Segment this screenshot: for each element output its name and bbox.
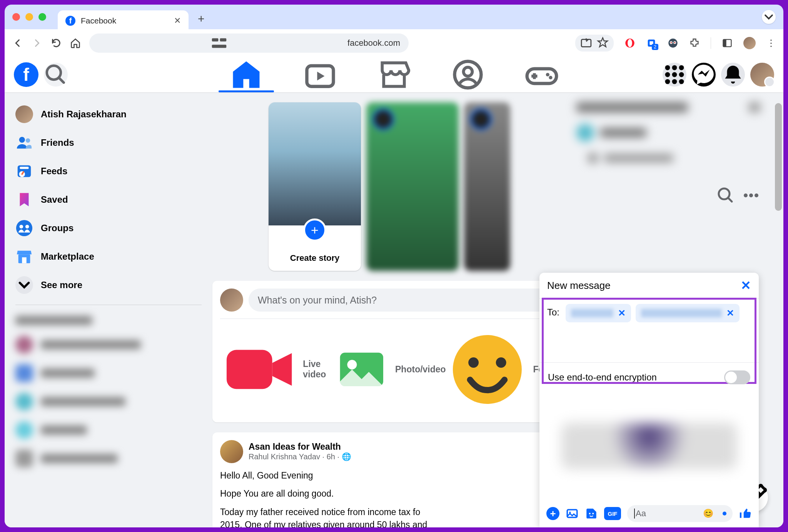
right-content-blurred — [576, 102, 760, 163]
scrollbar[interactable] — [775, 103, 782, 211]
messenger-icon — [692, 63, 716, 87]
svg-rect-19 — [527, 69, 557, 83]
extension-2-icon[interactable] — [668, 38, 678, 48]
grid-icon — [663, 63, 686, 87]
chat-recipients-area[interactable]: To: name ✕ name two ✕ — [539, 298, 759, 362]
svg-point-54 — [592, 513, 594, 514]
close-window-button[interactable] — [12, 13, 20, 21]
tab-video[interactable] — [285, 57, 355, 92]
side-panel-icon[interactable] — [722, 38, 733, 48]
recipient-chip[interactable]: name ✕ — [566, 304, 631, 322]
sidebar: Atish Rajasekharan Friends Feeds Saved G… — [5, 92, 212, 527]
photo-video-button[interactable]: Photo/video — [333, 324, 446, 415]
sidebar-profile[interactable]: Atish Rajasekharan — [9, 100, 208, 128]
profile-menu-button[interactable] — [750, 63, 774, 87]
close-chat-button[interactable]: ✕ — [741, 278, 751, 293]
address-bar: facebook.com 2 ⋮ — [5, 29, 783, 57]
back-button[interactable] — [12, 38, 23, 48]
tabs-overflow-button[interactable] — [762, 10, 776, 24]
thumbs-up-button[interactable] — [739, 507, 752, 520]
sidebar-item-feeds[interactable]: Feeds — [9, 157, 208, 185]
close-tab-button[interactable]: ✕ — [174, 16, 181, 26]
sidebar-shortcuts-blurred — [9, 310, 208, 473]
recipient-name-blurred: name two — [641, 309, 722, 317]
sidebar-see-more[interactable]: See more — [9, 271, 208, 299]
sidebar-item-marketplace[interactable]: Marketplace — [9, 242, 208, 271]
message-input[interactable]: Aa — [627, 505, 733, 522]
sidebar-item-friends[interactable]: Friends — [9, 128, 208, 157]
svg-point-18 — [464, 67, 472, 76]
svg-rect-14 — [723, 40, 726, 47]
groups-sidebar-icon — [15, 219, 33, 237]
maximize-window-button[interactable] — [38, 13, 46, 21]
screenshot-icon[interactable] — [575, 35, 614, 52]
url-input[interactable]: facebook.com — [89, 33, 409, 53]
add-attachment-button[interactable]: + — [546, 507, 559, 520]
tab-groups[interactable] — [433, 57, 503, 92]
extensions-menu-icon[interactable] — [689, 38, 700, 48]
search-button[interactable] — [44, 63, 68, 87]
remove-recipient-button[interactable]: ✕ — [726, 308, 734, 319]
extension-icon[interactable]: 2 — [646, 38, 657, 48]
svg-rect-1 — [220, 38, 227, 42]
browser-tab[interactable]: f Facebook ✕ — [58, 10, 189, 31]
svg-point-36 — [16, 220, 32, 236]
create-story-card[interactable]: + Create story — [269, 102, 361, 271]
svg-point-32 — [26, 138, 30, 143]
sidebar-label: Feeds — [41, 166, 67, 177]
svg-point-49 — [749, 193, 753, 197]
search-contacts-button[interactable] — [716, 186, 735, 205]
messenger-button[interactable] — [692, 63, 716, 87]
sidebar-item-groups[interactable]: Groups — [9, 214, 208, 242]
svg-point-12 — [674, 42, 676, 43]
svg-rect-2 — [212, 45, 227, 48]
groups-icon — [433, 57, 503, 92]
recipient-name-blurred: name — [571, 309, 613, 317]
recipient-chip[interactable]: name two ✕ — [636, 304, 740, 322]
svg-point-21 — [549, 76, 552, 79]
facebook-favicon: f — [65, 16, 75, 26]
composer-placeholder: What's on your mind, Atish? — [258, 295, 377, 306]
smile-icon — [446, 328, 529, 411]
home-button[interactable] — [70, 38, 81, 48]
story-card[interactable] — [464, 102, 510, 271]
add-photo-button[interactable] — [566, 507, 579, 520]
svg-point-24 — [679, 65, 684, 70]
svg-point-31 — [19, 137, 25, 143]
video-icon — [285, 57, 355, 92]
gif-button[interactable]: GIF — [604, 507, 621, 520]
sticker-button[interactable] — [585, 507, 598, 520]
tab-marketplace[interactable] — [359, 57, 429, 92]
composer-avatar[interactable] — [220, 289, 243, 312]
remove-recipient-button[interactable]: ✕ — [618, 308, 626, 319]
forward-button[interactable] — [32, 38, 42, 48]
sidebar-item-saved[interactable]: Saved — [9, 185, 208, 214]
chat-body — [539, 392, 759, 500]
browser-profile-avatar[interactable] — [743, 37, 756, 49]
svg-rect-0 — [212, 38, 219, 42]
notifications-button[interactable] — [721, 63, 745, 87]
minimize-window-button[interactable] — [25, 13, 33, 21]
story-card[interactable] — [366, 102, 459, 271]
svg-point-44 — [453, 335, 522, 404]
chat-input-bar: + GIF Aa — [539, 500, 759, 527]
post-page-name[interactable]: Asan Ideas for Wealth — [249, 442, 351, 452]
composer-input[interactable]: What's on your mind, Atish? — [249, 289, 559, 312]
menu-button[interactable] — [663, 63, 686, 87]
tab-gaming[interactable] — [507, 57, 576, 92]
tab-home[interactable] — [212, 57, 281, 92]
browser-menu-button[interactable]: ⋮ — [766, 38, 776, 48]
post-avatar[interactable] — [220, 440, 243, 463]
contacts-options-button[interactable] — [742, 186, 760, 205]
facebook-logo[interactable]: f — [14, 62, 38, 87]
reload-button[interactable] — [51, 38, 62, 48]
new-tab-button[interactable]: + — [198, 12, 205, 25]
stories-row: + Create story — [269, 102, 510, 271]
composer: What's on your mind, Atish? Live video P… — [212, 281, 566, 422]
live-video-button[interactable]: Live video — [220, 324, 333, 415]
svg-point-22 — [665, 65, 670, 70]
opera-extension-icon[interactable] — [624, 38, 635, 48]
svg-point-5 — [628, 39, 632, 47]
sidebar-label: Saved — [41, 194, 68, 205]
encryption-toggle[interactable] — [724, 370, 750, 384]
